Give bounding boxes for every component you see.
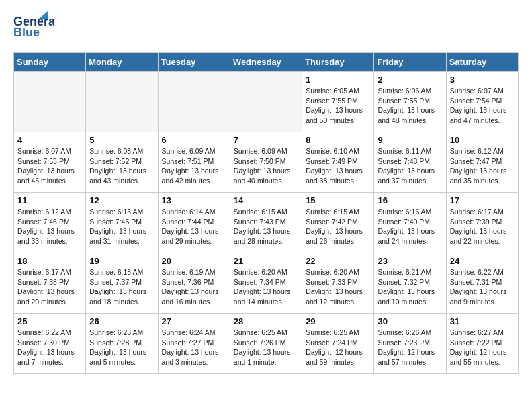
day-number: 13 (162, 195, 226, 205)
calendar-table: SundayMondayTuesdayWednesdayThursdayFrid… (13, 52, 519, 374)
cell-info: Sunrise: 6:16 AM Sunset: 7:40 PM Dayligh… (378, 207, 442, 246)
cell-info: Sunrise: 6:05 AM Sunset: 7:55 PM Dayligh… (306, 86, 370, 126)
calendar-cell: 3Sunrise: 6:07 AM Sunset: 7:54 PM Daylig… (446, 72, 518, 132)
cell-info: Sunrise: 6:09 AM Sunset: 7:51 PM Dayligh… (162, 146, 226, 186)
day-number: 20 (162, 256, 226, 266)
calendar-cell: 9Sunrise: 6:11 AM Sunset: 7:48 PM Daylig… (374, 132, 446, 193)
calendar-week-row: 1Sunrise: 6:05 AM Sunset: 7:55 PM Daylig… (14, 72, 519, 132)
day-number: 30 (378, 316, 442, 326)
calendar-cell: 5Sunrise: 6:08 AM Sunset: 7:52 PM Daylig… (86, 132, 158, 193)
calendar-cell: 7Sunrise: 6:09 AM Sunset: 7:50 PM Daylig… (230, 132, 302, 193)
svg-text:Blue: Blue (13, 26, 40, 39)
weekday-header-cell: Saturday (446, 53, 518, 72)
day-number: 3 (450, 75, 515, 85)
calendar-cell: 27Sunrise: 6:24 AM Sunset: 7:27 PM Dayli… (158, 314, 230, 374)
cell-info: Sunrise: 6:13 AM Sunset: 7:45 PM Dayligh… (89, 207, 154, 246)
calendar-week-row: 18Sunrise: 6:17 AM Sunset: 7:38 PM Dayli… (14, 253, 519, 314)
day-number: 5 (89, 135, 154, 145)
cell-info: Sunrise: 6:11 AM Sunset: 7:48 PM Dayligh… (378, 146, 442, 186)
day-number: 14 (234, 195, 298, 205)
day-number: 26 (89, 316, 154, 326)
day-number: 19 (89, 256, 154, 266)
day-number: 31 (450, 316, 515, 326)
calendar-cell: 20Sunrise: 6:19 AM Sunset: 7:36 PM Dayli… (158, 253, 230, 314)
cell-info: Sunrise: 6:08 AM Sunset: 7:52 PM Dayligh… (89, 146, 154, 186)
day-number: 22 (306, 256, 370, 266)
cell-info: Sunrise: 6:22 AM Sunset: 7:31 PM Dayligh… (450, 267, 515, 307)
day-number: 2 (378, 75, 442, 85)
day-number: 6 (162, 135, 226, 145)
cell-info: Sunrise: 6:10 AM Sunset: 7:49 PM Dayligh… (306, 146, 370, 186)
day-number: 24 (450, 256, 515, 266)
calendar-cell: 13Sunrise: 6:14 AM Sunset: 7:44 PM Dayli… (158, 193, 230, 253)
calendar-cell: 14Sunrise: 6:15 AM Sunset: 7:43 PM Dayli… (230, 193, 302, 253)
calendar-cell (86, 72, 158, 132)
cell-info: Sunrise: 6:12 AM Sunset: 7:47 PM Dayligh… (450, 146, 515, 186)
weekday-header-cell: Thursday (302, 53, 374, 72)
day-number: 8 (306, 135, 370, 145)
calendar-cell: 31Sunrise: 6:27 AM Sunset: 7:22 PM Dayli… (446, 314, 518, 374)
calendar-cell: 24Sunrise: 6:22 AM Sunset: 7:31 PM Dayli… (446, 253, 518, 314)
cell-info: Sunrise: 6:12 AM Sunset: 7:46 PM Dayligh… (17, 207, 82, 246)
day-number: 27 (162, 316, 226, 326)
cell-info: Sunrise: 6:26 AM Sunset: 7:23 PM Dayligh… (378, 328, 442, 367)
cell-info: Sunrise: 6:21 AM Sunset: 7:32 PM Dayligh… (378, 267, 442, 307)
calendar-cell: 10Sunrise: 6:12 AM Sunset: 7:47 PM Dayli… (446, 132, 518, 193)
day-number: 21 (234, 256, 298, 266)
calendar-cell: 8Sunrise: 6:10 AM Sunset: 7:49 PM Daylig… (302, 132, 374, 193)
calendar-cell: 18Sunrise: 6:17 AM Sunset: 7:38 PM Dayli… (14, 253, 86, 314)
calendar-cell: 1Sunrise: 6:05 AM Sunset: 7:55 PM Daylig… (302, 72, 374, 132)
calendar-cell: 6Sunrise: 6:09 AM Sunset: 7:51 PM Daylig… (158, 132, 230, 193)
logo: General Blue (13, 11, 54, 46)
calendar-cell: 19Sunrise: 6:18 AM Sunset: 7:37 PM Dayli… (86, 253, 158, 314)
calendar-cell: 4Sunrise: 6:07 AM Sunset: 7:53 PM Daylig… (14, 132, 86, 193)
weekday-header: SundayMondayTuesdayWednesdayThursdayFrid… (14, 53, 519, 72)
calendar-cell: 22Sunrise: 6:20 AM Sunset: 7:33 PM Dayli… (302, 253, 374, 314)
day-number: 29 (306, 316, 370, 326)
day-number: 28 (234, 316, 298, 326)
cell-info: Sunrise: 6:15 AM Sunset: 7:42 PM Dayligh… (306, 207, 370, 246)
calendar-body: 1Sunrise: 6:05 AM Sunset: 7:55 PM Daylig… (14, 72, 519, 374)
cell-info: Sunrise: 6:25 AM Sunset: 7:24 PM Dayligh… (306, 328, 370, 367)
cell-info: Sunrise: 6:24 AM Sunset: 7:27 PM Dayligh… (162, 328, 226, 367)
cell-info: Sunrise: 6:17 AM Sunset: 7:39 PM Dayligh… (450, 207, 515, 246)
day-number: 1 (306, 75, 370, 85)
calendar-cell: 26Sunrise: 6:23 AM Sunset: 7:28 PM Dayli… (86, 314, 158, 374)
logo-icon: General Blue (13, 11, 54, 43)
day-number: 15 (306, 195, 370, 205)
cell-info: Sunrise: 6:25 AM Sunset: 7:26 PM Dayligh… (234, 328, 298, 367)
header: General Blue (13, 11, 519, 46)
cell-info: Sunrise: 6:19 AM Sunset: 7:36 PM Dayligh… (162, 267, 226, 307)
calendar-week-row: 25Sunrise: 6:22 AM Sunset: 7:30 PM Dayli… (14, 314, 519, 374)
cell-info: Sunrise: 6:07 AM Sunset: 7:53 PM Dayligh… (17, 146, 82, 186)
cell-info: Sunrise: 6:20 AM Sunset: 7:33 PM Dayligh… (306, 267, 370, 307)
cell-info: Sunrise: 6:07 AM Sunset: 7:54 PM Dayligh… (450, 86, 515, 126)
day-number: 12 (89, 195, 154, 205)
calendar-cell: 25Sunrise: 6:22 AM Sunset: 7:30 PM Dayli… (14, 314, 86, 374)
cell-info: Sunrise: 6:18 AM Sunset: 7:37 PM Dayligh… (89, 267, 154, 307)
calendar-cell: 28Sunrise: 6:25 AM Sunset: 7:26 PM Dayli… (230, 314, 302, 374)
calendar-cell: 21Sunrise: 6:20 AM Sunset: 7:34 PM Dayli… (230, 253, 302, 314)
cell-info: Sunrise: 6:15 AM Sunset: 7:43 PM Dayligh… (234, 207, 298, 246)
weekday-header-cell: Friday (374, 53, 446, 72)
calendar-cell: 12Sunrise: 6:13 AM Sunset: 7:45 PM Dayli… (86, 193, 158, 253)
cell-info: Sunrise: 6:22 AM Sunset: 7:30 PM Dayligh… (17, 328, 82, 367)
calendar-cell: 2Sunrise: 6:06 AM Sunset: 7:55 PM Daylig… (374, 72, 446, 132)
day-number: 9 (378, 135, 442, 145)
calendar-cell (230, 72, 302, 132)
weekday-header-cell: Monday (86, 53, 158, 72)
day-number: 17 (450, 195, 515, 205)
calendar-cell: 30Sunrise: 6:26 AM Sunset: 7:23 PM Dayli… (374, 314, 446, 374)
day-number: 18 (17, 256, 82, 266)
calendar-cell: 23Sunrise: 6:21 AM Sunset: 7:32 PM Dayli… (374, 253, 446, 314)
cell-info: Sunrise: 6:14 AM Sunset: 7:44 PM Dayligh… (162, 207, 226, 246)
calendar-week-row: 4Sunrise: 6:07 AM Sunset: 7:53 PM Daylig… (14, 132, 519, 193)
cell-info: Sunrise: 6:23 AM Sunset: 7:28 PM Dayligh… (89, 328, 154, 367)
day-number: 10 (450, 135, 515, 145)
calendar-cell (158, 72, 230, 132)
day-number: 4 (17, 135, 82, 145)
weekday-header-cell: Wednesday (230, 53, 302, 72)
calendar-cell: 29Sunrise: 6:25 AM Sunset: 7:24 PM Dayli… (302, 314, 374, 374)
weekday-header-cell: Tuesday (158, 53, 230, 72)
calendar-cell: 15Sunrise: 6:15 AM Sunset: 7:42 PM Dayli… (302, 193, 374, 253)
